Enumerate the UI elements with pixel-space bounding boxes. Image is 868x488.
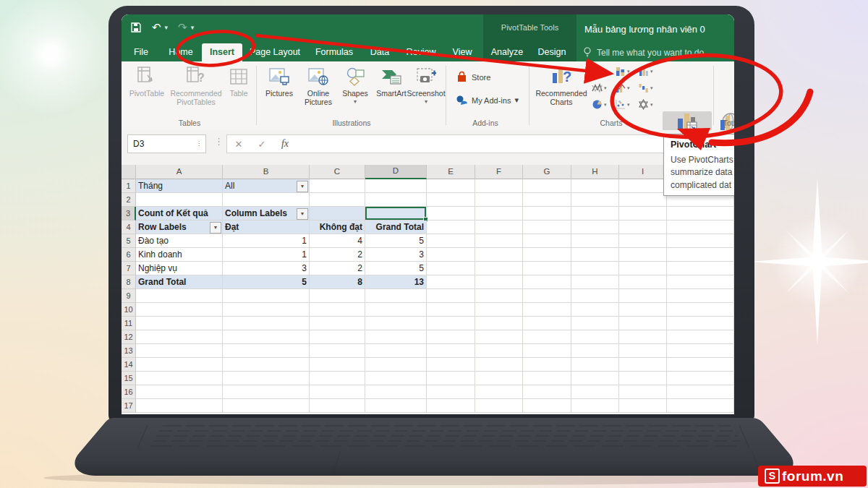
sforum-s-icon: S — [765, 468, 780, 484]
stage: PivotTable Tools Mẫu bảng lương nhân viê… — [0, 0, 868, 488]
laptop-base — [0, 0, 868, 488]
sforum-domain: forum.vn — [782, 468, 843, 484]
sforum-logo[interactable]: S forum.vn — [758, 466, 867, 487]
